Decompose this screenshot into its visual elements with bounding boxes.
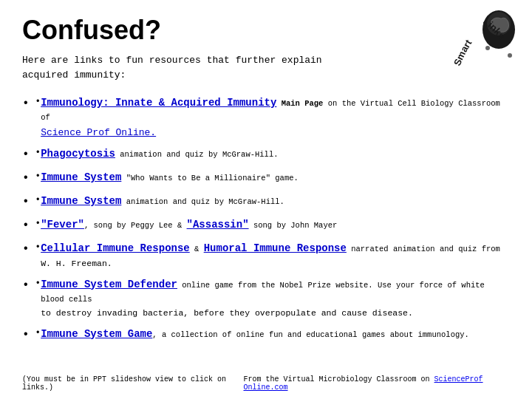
footer-right: From the Virtual Microbiology Classroom … [244,375,511,392]
link-immunology-main[interactable]: Immunology: Innate & Acquired Immunity [41,97,276,109]
link-phagocytosis[interactable]: Phagocytosis [41,148,115,160]
bullet-marker: • [35,95,41,109]
link-immune-system-millionaire[interactable]: Immune System [41,171,121,183]
list-item: • "Fever", song by Peggy Lee & "Assassin… [22,217,510,234]
bullet-marker: • [35,217,41,231]
list-item: • Immune System "Who Wants to Be a Milli… [22,170,510,187]
bullet-marker: • [35,277,41,291]
link-immune-system-animation[interactable]: Immune System [41,195,121,207]
bullet-marker: • [35,241,41,255]
footer-left: (You must be in PPT slideshow view to cl… [22,375,244,392]
page-title: Confused? [22,15,510,46]
bullet-marker: • [35,170,41,184]
list-item: • Immune System animation and quiz by Mc… [22,194,510,211]
page: Smart Links Confused? Here are links to … [0,0,532,399]
link-cellular-immune[interactable]: Cellular Immune Response [41,242,190,254]
bullet-list: • Immunology: Innate & Acquired Immunity… [22,95,510,344]
list-item: • Phagocytosis animation and quiz by McG… [22,146,510,163]
svg-text:Smart: Smart [451,37,474,67]
bullet-marker: • [35,194,41,208]
subtitle: Here are links to fun resources that fur… [22,53,510,82]
list-item: • Immune System Game, a collection of on… [22,327,510,344]
link-fever[interactable]: "Fever" [41,219,84,231]
svg-point-5 [508,53,512,58]
link-science-prof[interactable]: Science Prof Online. [41,127,156,138]
list-item: • Immunology: Innate & Acquired Immunity… [22,95,510,140]
list-item: • Cellular Immune Response & Humoral Imm… [22,241,510,270]
list-item: • Immune System Defender online game fro… [22,277,510,320]
link-immune-game[interactable]: Immune System Game [41,328,152,340]
svg-point-4 [485,46,490,50]
link-assassin[interactable]: "Assassin" [187,219,249,231]
link-immune-defender[interactable]: Immune System Defender [41,279,177,290]
link-humoral-immune[interactable]: Humoral Immune Response [204,242,347,254]
bullet-marker: • [35,146,41,160]
footer: (You must be in PPT slideshow view to cl… [22,375,510,392]
smart-links-logo: Smart Links [443,7,517,81]
bullet-marker: • [35,327,41,341]
